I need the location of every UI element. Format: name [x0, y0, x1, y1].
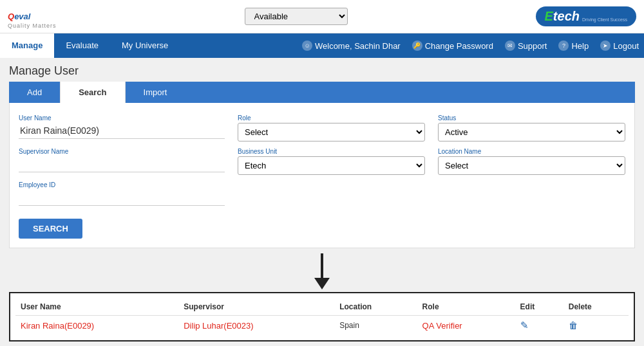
nav-support[interactable]: ✉ Support — [500, 33, 553, 58]
employee-id-label: Employee ID — [19, 181, 225, 188]
form-row-2: Supervisor Name Business Unit Etech Othe… — [19, 148, 625, 175]
top-bar: Qeval Quality Matters Available Busy Awa… — [0, 0, 644, 33]
header-row: User Name Supervisor Location Role Edit … — [15, 298, 629, 316]
status-select[interactable]: Active Inactive — [438, 123, 625, 141]
col-user-name: User Name — [15, 298, 178, 316]
status-label: Status — [438, 114, 625, 122]
business-unit-select[interactable]: Etech Other — [238, 156, 425, 175]
role-group: Role Select QA Verifier Supervisor Admin — [238, 114, 425, 141]
nav-right: ☺ Welcome, Sachin Dhar 🔑 Change Password… — [297, 33, 644, 58]
tab-bar: Add Search Import — [9, 82, 635, 103]
form-row-1: User Name Role Select QA Verifier Superv… — [19, 114, 625, 141]
cell-location: Spain — [334, 316, 417, 336]
logo: Qeval Quality Matters — [8, 4, 57, 29]
username-input[interactable] — [19, 123, 225, 139]
help-icon: ? — [558, 41, 569, 51]
location-select[interactable]: Select Spain USA India — [438, 156, 625, 175]
nav-item-evaluate[interactable]: Evaluate — [54, 33, 110, 58]
logo-q-letter: Q — [8, 12, 14, 21]
nav-bar: Manage Evaluate My Universe ☺ Welcome, S… — [0, 33, 644, 58]
etech-e: E — [545, 9, 553, 24]
user-icon: ☺ — [302, 41, 312, 51]
location-label: Location Name — [438, 148, 625, 155]
cell-supervisor: Dilip Luhar(E0023) — [178, 316, 334, 336]
nav-change-password[interactable]: 🔑 Change Password — [407, 33, 498, 58]
cell-user-name: Kiran Raina(E0029) — [15, 316, 178, 336]
search-button[interactable]: SEARCH — [19, 219, 82, 239]
results-table: User Name Supervisor Location Role Edit … — [15, 298, 629, 335]
search-form: User Name Role Select QA Verifier Superv… — [9, 103, 635, 248]
business-unit-label: Business Unit — [238, 148, 425, 155]
results-header: User Name Supervisor Location Role Edit … — [15, 298, 629, 316]
status-group: Status Active Inactive — [438, 114, 625, 141]
col-role: Role — [417, 298, 515, 316]
username-group: User Name — [19, 114, 225, 141]
etech-logo: Etech Driving Client Success — [536, 6, 637, 26]
main-content: Add Search Import User Name Role Select … — [0, 82, 644, 346]
down-arrow — [314, 253, 330, 289]
page-title: Manage User — [0, 58, 644, 82]
help-label: Help — [571, 41, 589, 51]
nav-welcome: ☺ Welcome, Sachin Dhar — [297, 33, 406, 58]
col-location: Location — [334, 298, 417, 316]
supervisor-input[interactable] — [19, 156, 225, 172]
user-name-link[interactable]: Kiran Raina(E0029) — [21, 321, 94, 331]
cell-delete[interactable]: 🗑 — [564, 316, 629, 336]
delete-icon[interactable]: 🗑 — [569, 320, 578, 331]
role-select[interactable]: Select QA Verifier Supervisor Admin — [238, 123, 425, 141]
logout-icon: ➤ — [600, 41, 611, 51]
support-label: Support — [518, 41, 547, 51]
logo-eval-text: eval — [14, 12, 30, 21]
etech-subtitle: Driving Client Success — [582, 17, 627, 22]
welcome-text: Welcome, Sachin Dhar — [315, 41, 401, 51]
form-row-3: Employee ID — [19, 181, 625, 206]
cell-edit[interactable]: ✎ — [515, 316, 564, 336]
tab-search[interactable]: Search — [60, 82, 125, 103]
role-link[interactable]: QA Verifier — [422, 321, 462, 331]
supervisor-group: Supervisor Name — [19, 148, 225, 175]
change-password-label: Change Password — [425, 41, 493, 51]
tab-add[interactable]: Add — [9, 82, 60, 103]
availability-select[interactable]: Available Busy Away Offline — [245, 8, 348, 25]
down-arrow-container — [9, 253, 635, 289]
supervisor-link[interactable]: Dilip Luhar(E0023) — [184, 321, 253, 331]
tab-import[interactable]: Import — [126, 82, 185, 103]
key-icon: 🔑 — [412, 41, 422, 51]
role-label: Role — [238, 114, 425, 122]
nav-logout[interactable]: ➤ Logout — [595, 33, 644, 58]
arrow-head — [314, 278, 330, 289]
logout-label: Logout — [613, 41, 639, 51]
location-group: Location Name Select Spain USA India — [438, 148, 625, 175]
nav-item-my-universe[interactable]: My Universe — [110, 33, 180, 58]
support-icon: ✉ — [505, 41, 515, 51]
cell-role: QA Verifier — [417, 316, 515, 336]
nav-item-manage[interactable]: Manage — [0, 33, 54, 58]
nav-left: Manage Evaluate My Universe — [0, 33, 180, 58]
arrow-shaft — [321, 253, 323, 278]
logo-tagline: Quality Matters — [8, 23, 57, 29]
results-body: Kiran Raina(E0029) Dilip Luhar(E0023) Sp… — [15, 316, 629, 336]
results-container: User Name Supervisor Location Role Edit … — [9, 292, 635, 341]
employee-id-input[interactable] — [19, 190, 225, 206]
col-delete: Delete — [564, 298, 629, 316]
table-row: Kiran Raina(E0029) Dilip Luhar(E0023) Sp… — [15, 316, 629, 336]
edit-icon[interactable]: ✎ — [520, 320, 529, 331]
nav-help[interactable]: ? Help — [553, 33, 594, 58]
employee-id-group: Employee ID — [19, 181, 225, 206]
supervisor-label: Supervisor Name — [19, 148, 225, 155]
etech-name: tech — [553, 9, 580, 24]
business-unit-group: Business Unit Etech Other — [238, 148, 425, 175]
username-label: User Name — [19, 114, 225, 122]
col-supervisor: Supervisor — [178, 298, 334, 316]
col-edit: Edit — [515, 298, 564, 316]
